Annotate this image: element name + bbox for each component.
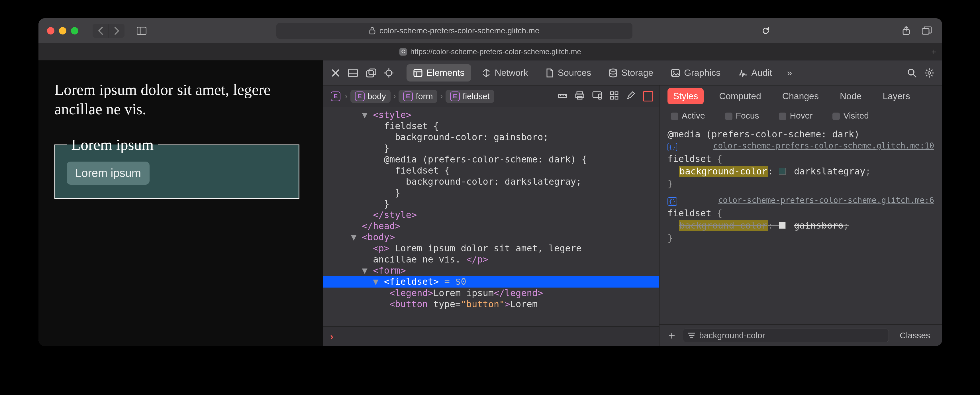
tab-storage[interactable]: Storage: [602, 64, 660, 81]
pseudo-active[interactable]: Active: [671, 111, 705, 121]
styles-filter-input[interactable]: background-color: [683, 329, 889, 342]
search-button[interactable]: [907, 68, 916, 78]
window-controls: [47, 27, 78, 35]
svg-rect-24: [611, 92, 613, 95]
svg-rect-23: [598, 94, 601, 99]
dock-popout-icon[interactable]: [366, 68, 376, 78]
grid-icon[interactable]: [610, 91, 619, 102]
svg-rect-20: [576, 94, 584, 97]
close-window-button[interactable]: [47, 27, 54, 35]
print-icon[interactable]: [575, 91, 584, 102]
tab-storage-label: Storage: [621, 67, 653, 78]
console-drawer[interactable]: ›: [323, 326, 659, 346]
tab-sources[interactable]: Sources: [539, 64, 598, 81]
settings-button[interactable]: [924, 68, 934, 78]
media-query-label: @media (prefers-color-scheme: dark): [668, 128, 934, 140]
svg-point-9: [386, 70, 392, 76]
minimize-window-button[interactable]: [59, 27, 66, 35]
rule1-value[interactable]: darkslategray: [794, 166, 865, 177]
page-button[interactable]: Lorem ipsum: [67, 162, 150, 185]
tab-graphics[interactable]: Graphics: [664, 64, 727, 81]
rule-source-icon[interactable]: {}: [668, 197, 677, 206]
pseudo-focus[interactable]: Focus: [725, 111, 759, 121]
page-legend: Lorem ipsum: [67, 136, 158, 154]
svg-rect-5: [348, 69, 358, 76]
styles-tab-styles[interactable]: Styles: [668, 88, 704, 104]
tab-strip: C https://color-scheme-prefers-color-sch…: [38, 43, 942, 61]
svg-point-17: [928, 72, 931, 74]
elements-panel: E › Ebody › Eform › Efieldset: [323, 86, 660, 346]
overflow-tabs-button[interactable]: »: [787, 67, 792, 78]
device-icon[interactable]: [592, 91, 602, 102]
styles-filter-value: background-color: [699, 331, 765, 340]
svg-rect-4: [922, 29, 929, 34]
svg-rect-7: [367, 71, 374, 77]
color-swatch-darkslategray[interactable]: [779, 168, 786, 175]
rule1-source-link[interactable]: color-scheme-prefers-color-scheme.glitch…: [713, 140, 934, 151]
page-fieldset: Lorem ipsum Lorem ipsum: [54, 136, 299, 199]
dock-bottom-icon[interactable]: [348, 68, 358, 77]
tab-elements-label: Elements: [426, 67, 465, 78]
share-button[interactable]: [899, 24, 913, 38]
address-bar[interactable]: color-scheme-prefers-color-scheme.glitch…: [276, 23, 632, 39]
devtools: Elements Network Sources Storage: [323, 61, 942, 346]
close-devtools-button[interactable]: [331, 68, 340, 77]
tab-elements[interactable]: Elements: [407, 64, 471, 81]
styles-tab-changes[interactable]: Changes: [776, 88, 824, 104]
color-swatch-gainsboro[interactable]: [779, 222, 786, 229]
svg-rect-2: [370, 30, 375, 34]
svg-rect-26: [611, 96, 613, 99]
tab-title[interactable]: https://color-scheme-prefers-color-schem…: [410, 47, 581, 56]
svg-rect-8: [369, 69, 376, 75]
page-paragraph: Lorem ipsum dolor sit amet, legere ancil…: [54, 80, 307, 119]
breadcrumb-fieldset[interactable]: Efieldset: [445, 90, 494, 103]
tab-audit[interactable]: Audit: [731, 64, 779, 81]
back-button[interactable]: [92, 24, 108, 38]
pseudo-hover[interactable]: Hover: [779, 111, 813, 121]
rule-source-icon[interactable]: {}: [668, 143, 677, 151]
tab-audit-label: Audit: [751, 67, 772, 78]
forward-button[interactable]: [108, 24, 124, 38]
tab-sources-label: Sources: [558, 67, 591, 78]
breadcrumb-root[interactable]: E: [329, 90, 342, 103]
svg-rect-0: [137, 27, 146, 35]
rule1-property[interactable]: background-color: [679, 166, 768, 177]
new-tab-button[interactable]: ＋: [929, 46, 938, 57]
svg-point-13: [610, 69, 616, 71]
console-prompt-icon: ›: [330, 331, 333, 342]
filter-icon: [688, 333, 695, 338]
styles-panel-tabs: Styles Computed Changes Node Layers: [660, 86, 942, 107]
rule2-property[interactable]: background-color: [679, 220, 768, 231]
svg-rect-22: [593, 92, 601, 97]
rule2-source-link[interactable]: color-scheme-prefers-color-scheme.glitch…: [718, 195, 934, 206]
reload-button[interactable]: [759, 24, 773, 38]
styles-tab-node[interactable]: Node: [834, 88, 867, 104]
maximize-window-button[interactable]: [71, 27, 78, 35]
dom-tree[interactable]: ▼ <style> fieldset { background-color: g…: [323, 107, 659, 326]
tab-network-label: Network: [495, 67, 528, 78]
style-rules[interactable]: @media (prefers-color-scheme: dark) {} c…: [660, 124, 942, 324]
svg-point-15: [673, 71, 675, 72]
paint-icon[interactable]: [627, 91, 635, 102]
styles-panel: Styles Computed Changes Node Layers Acti…: [660, 86, 942, 346]
styles-tab-layers[interactable]: Layers: [877, 88, 916, 104]
classes-toggle-button[interactable]: Classes: [894, 328, 935, 343]
tab-favicon: C: [399, 48, 407, 56]
breadcrumb-form[interactable]: Eform: [399, 90, 437, 103]
pseudo-visited[interactable]: Visited: [832, 111, 869, 121]
breadcrumb-body[interactable]: Ebody: [350, 90, 391, 103]
styles-footer: ＋ background-color Classes: [660, 324, 942, 346]
new-rule-button[interactable]: ＋: [667, 328, 677, 342]
inspect-element-button[interactable]: [384, 68, 393, 78]
tab-network[interactable]: Network: [475, 64, 535, 81]
tabs-button[interactable]: [920, 24, 934, 38]
titlebar: color-scheme-prefers-color-scheme.glitch…: [38, 18, 942, 43]
svg-rect-25: [615, 92, 618, 95]
selected-dom-node[interactable]: ▼ <fieldset> = $0: [323, 276, 659, 287]
compositing-borders-icon[interactable]: [643, 91, 653, 102]
styles-tab-computed[interactable]: Computed: [713, 88, 767, 104]
sidebar-toggle-button[interactable]: [134, 24, 150, 38]
address-text: color-scheme-prefers-color-scheme.glitch…: [379, 26, 539, 35]
ruler-icon[interactable]: [558, 91, 567, 102]
rule2-value[interactable]: gainsboro: [794, 220, 843, 231]
